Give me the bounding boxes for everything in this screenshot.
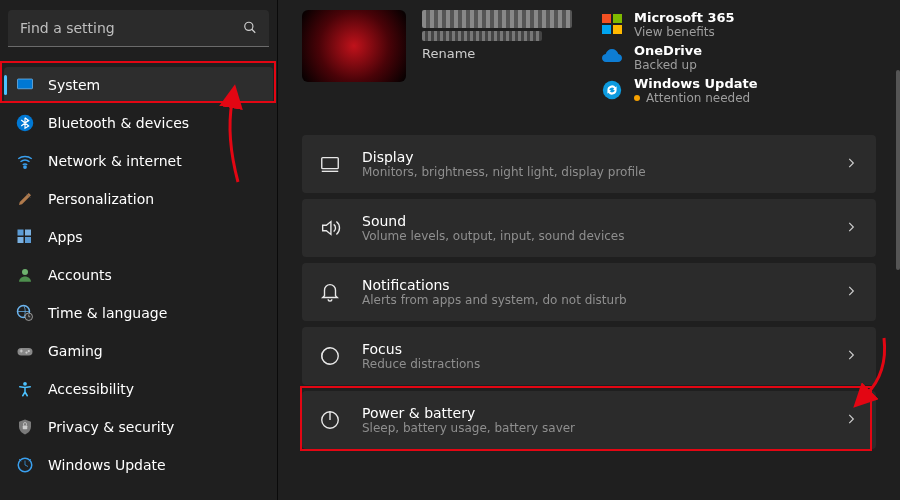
sidebar-item-label: Gaming [48, 343, 103, 359]
settings-sidebar: System Bluetooth & devices Network & int… [0, 0, 278, 500]
svg-rect-6 [18, 230, 24, 236]
list-title: Power & battery [362, 405, 824, 421]
sidebar-item-label: System [48, 77, 100, 93]
device-model-redacted [422, 31, 542, 41]
settings-item-focus[interactable]: FocusReduce distractions [302, 327, 876, 385]
svg-point-15 [25, 351, 27, 353]
list-sub: Monitors, brightness, night light, displ… [362, 165, 824, 179]
chevron-right-icon [844, 155, 858, 174]
status-onedrive[interactable]: OneDriveBacked up [600, 43, 750, 72]
list-sub: Alerts from apps and system, do not dist… [362, 293, 824, 307]
sidebar-item-windows-update[interactable]: Windows Update [4, 447, 273, 483]
person-icon [16, 266, 34, 284]
status-sub: Attention needed [634, 91, 758, 105]
sidebar-item-personalization[interactable]: Personalization [4, 181, 273, 217]
svg-point-0 [245, 22, 253, 30]
focus-icon [318, 344, 342, 368]
display-icon [318, 152, 342, 176]
gamepad-icon [16, 342, 34, 360]
rename-link[interactable]: Rename [422, 46, 572, 61]
device-name-redacted [422, 10, 572, 28]
list-title: Display [362, 149, 824, 165]
svg-line-1 [252, 29, 256, 33]
svg-point-10 [22, 269, 28, 275]
brush-icon [16, 190, 34, 208]
svg-rect-7 [25, 230, 31, 236]
status-cards: Microsoft 365View benefits OneDriveBacke… [600, 10, 876, 105]
sidebar-item-label: Bluetooth & devices [48, 115, 189, 131]
sidebar-item-system[interactable]: System [4, 67, 273, 103]
svg-rect-8 [18, 237, 24, 243]
globe-clock-icon [16, 304, 34, 322]
bell-icon [318, 280, 342, 304]
svg-rect-20 [322, 158, 339, 169]
status-microsoft365[interactable]: Microsoft 365View benefits [600, 10, 750, 39]
search-wrap [8, 10, 269, 47]
system-header: Rename Microsoft 365View benefits OneDri… [302, 10, 876, 105]
monitor-icon [16, 76, 34, 94]
svg-rect-9 [25, 237, 31, 243]
sidebar-item-time-language[interactable]: Time & language [4, 295, 273, 331]
svg-rect-17 [23, 426, 28, 430]
svg-rect-2 [18, 79, 33, 89]
svg-point-19 [603, 81, 621, 99]
svg-point-5 [24, 166, 26, 168]
desktop-wallpaper-thumb [302, 10, 406, 82]
main-content: Rename Microsoft 365View benefits OneDri… [278, 0, 900, 500]
chevron-right-icon [844, 283, 858, 302]
list-sub: Reduce distractions [362, 357, 824, 371]
sidebar-item-gaming[interactable]: Gaming [4, 333, 273, 369]
grid-icon [16, 228, 34, 246]
chevron-right-icon [844, 347, 858, 366]
sidebar-item-label: Personalization [48, 191, 154, 207]
status-sub: Backed up [634, 58, 702, 72]
settings-item-sound[interactable]: SoundVolume levels, output, input, sound… [302, 199, 876, 257]
warning-dot-icon [634, 95, 640, 101]
sidebar-item-label: Accounts [48, 267, 112, 283]
sidebar-item-privacy[interactable]: Privacy & security [4, 409, 273, 445]
search-icon[interactable] [243, 19, 257, 38]
svg-rect-13 [18, 348, 33, 356]
settings-item-display[interactable]: DisplayMonitors, brightness, night light… [302, 135, 876, 193]
status-windows-update[interactable]: Windows UpdateAttention needed [600, 76, 876, 105]
update-sync-icon [600, 78, 624, 102]
sound-icon [318, 216, 342, 240]
microsoft-icon [600, 12, 624, 36]
svg-point-14 [28, 350, 30, 352]
status-title: OneDrive [634, 43, 702, 58]
list-sub: Sleep, battery usage, battery saver [362, 421, 824, 435]
nav-list: System Bluetooth & devices Network & int… [4, 67, 273, 483]
sidebar-item-label: Privacy & security [48, 419, 174, 435]
sidebar-item-label: Network & internet [48, 153, 182, 169]
sidebar-item-accounts[interactable]: Accounts [4, 257, 273, 293]
wifi-icon [16, 152, 34, 170]
sidebar-item-bluetooth[interactable]: Bluetooth & devices [4, 105, 273, 141]
settings-item-notifications[interactable]: NotificationsAlerts from apps and system… [302, 263, 876, 321]
settings-list: DisplayMonitors, brightness, night light… [302, 135, 876, 449]
status-sub: View benefits [634, 25, 735, 39]
search-input[interactable] [8, 10, 269, 47]
list-title: Sound [362, 213, 824, 229]
list-title: Focus [362, 341, 824, 357]
sidebar-item-label: Windows Update [48, 457, 166, 473]
status-title: Windows Update [634, 76, 758, 91]
bluetooth-icon [16, 114, 34, 132]
device-profile: Rename [302, 10, 572, 82]
list-sub: Volume levels, output, input, sound devi… [362, 229, 824, 243]
sidebar-item-label: Accessibility [48, 381, 134, 397]
chevron-right-icon [844, 219, 858, 238]
sidebar-item-label: Apps [48, 229, 83, 245]
onedrive-icon [600, 45, 624, 69]
list-title: Notifications [362, 277, 824, 293]
power-icon [318, 408, 342, 432]
settings-item-power-battery[interactable]: Power & batterySleep, battery usage, bat… [302, 391, 876, 449]
shield-icon [16, 418, 34, 436]
sidebar-item-network[interactable]: Network & internet [4, 143, 273, 179]
accessibility-icon [16, 380, 34, 398]
chevron-right-icon [844, 411, 858, 430]
sidebar-item-label: Time & language [48, 305, 167, 321]
sidebar-item-accessibility[interactable]: Accessibility [4, 371, 273, 407]
svg-point-16 [23, 382, 27, 386]
sidebar-item-apps[interactable]: Apps [4, 219, 273, 255]
status-title: Microsoft 365 [634, 10, 735, 25]
